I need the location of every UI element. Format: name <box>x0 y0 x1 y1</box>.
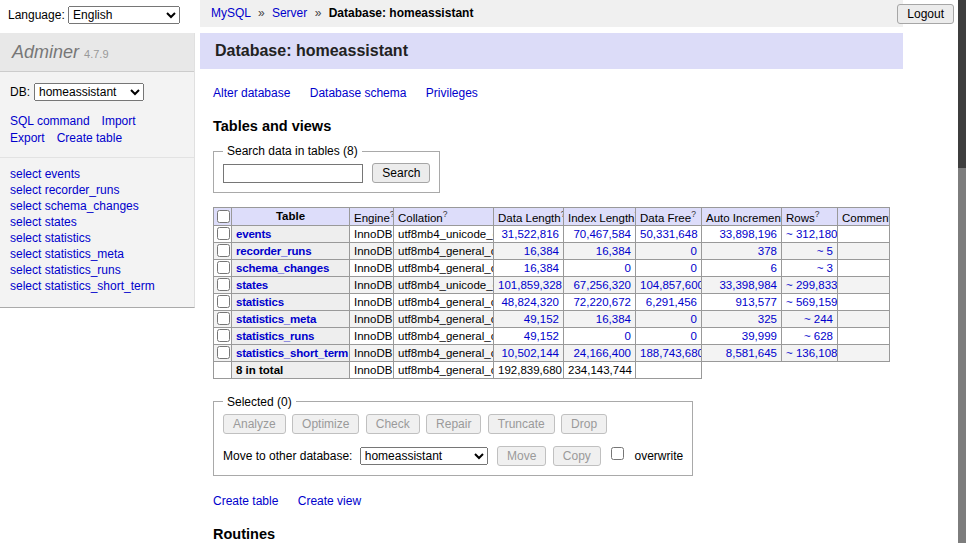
create-table-link[interactable]: Create table <box>57 131 122 145</box>
sql-command-link[interactable]: SQL command <box>10 114 90 128</box>
row-checkbox[interactable] <box>217 227 230 240</box>
scrollbar-thumb[interactable] <box>958 0 966 168</box>
sidebar-item-select-statistics-meta[interactable]: select statistics_meta <box>10 247 124 261</box>
language-select[interactable]: English <box>68 6 180 24</box>
db-selector-row: DB: homeassistant <box>0 72 194 105</box>
cell-collation: utf8mb4_general_ci <box>394 344 494 361</box>
cell-engine: InnoDB <box>350 242 394 259</box>
search-input[interactable] <box>223 164 363 183</box>
breadcrumb-mysql-link[interactable]: MySQL <box>211 6 251 20</box>
cell-data-free: 50,331,648 <box>636 225 702 242</box>
drop-button: Drop <box>561 414 607 434</box>
sidebar-item-select-statistics-runs[interactable]: select statistics_runs <box>10 263 121 277</box>
row-checkbox[interactable] <box>217 329 230 342</box>
sidebar-item-select-schema-changes[interactable]: select schema_changes <box>10 199 139 213</box>
cell-rows-count[interactable]: ~ 299,833 <box>782 276 838 293</box>
create-table-link-main[interactable]: Create table <box>213 494 278 508</box>
cell-comment <box>838 242 890 259</box>
cell-rows-count[interactable]: ~ 312,180 <box>782 225 838 242</box>
table-row: schema_changes InnoDB utf8mb4_general_ci… <box>214 259 890 276</box>
column-header-index-length: Index Length? <box>564 208 636 226</box>
cell-rows-count[interactable]: ~ 136,108 <box>782 344 838 361</box>
help-icon[interactable]: ? <box>815 209 820 219</box>
cell-rows-count[interactable]: ~ 244 <box>782 310 838 327</box>
move-row: Move to other database: homeassistant Mo… <box>223 444 683 466</box>
cell-index-length: 70,467,584 <box>564 225 636 242</box>
row-checkbox[interactable] <box>217 295 230 308</box>
cell-index-length: 67,256,320 <box>564 276 636 293</box>
table-link-states[interactable]: states <box>236 279 268 291</box>
logout-button[interactable]: Logout <box>897 4 954 24</box>
sidebar-item-select-recorder-runs[interactable]: select recorder_runs <box>10 183 119 197</box>
sidebar-item-select-events[interactable]: select events <box>10 167 80 181</box>
breadcrumb-server-link[interactable]: Server <box>272 6 307 20</box>
alter-database-link[interactable]: Alter database <box>213 86 290 100</box>
bulk-actions-row: Analyze Optimize Check Repair Truncate D… <box>223 414 683 434</box>
sidebar-item-select-statistics-short-term[interactable]: select statistics_short_term <box>10 279 155 293</box>
help-icon[interactable]: ? <box>691 209 696 219</box>
row-checkbox[interactable] <box>217 244 230 257</box>
export-link[interactable]: Export <box>10 131 45 145</box>
db-select[interactable]: homeassistant <box>34 83 144 101</box>
table-link-statistics-meta[interactable]: statistics_meta <box>236 313 316 325</box>
cell-data-free: 104,857,600 <box>636 276 702 293</box>
cell-engine: InnoDB <box>350 327 394 344</box>
help-icon[interactable]: ? <box>443 209 448 219</box>
help-icon[interactable]: ? <box>390 209 394 219</box>
table-link-events[interactable]: events <box>236 228 271 240</box>
import-link[interactable]: Import <box>102 114 136 128</box>
table-row: recorder_runs InnoDB utf8mb4_general_ci … <box>214 242 890 259</box>
move-database-select[interactable]: homeassistant <box>360 447 488 465</box>
cell-collation: utf8mb4_general_ci <box>394 242 494 259</box>
list-item: select schema_changes <box>10 199 184 214</box>
create-view-link[interactable]: Create view <box>298 494 361 508</box>
privileges-link[interactable]: Privileges <box>426 86 478 100</box>
selected-legend: Selected (0) <box>223 395 296 409</box>
truncate-button: Truncate <box>488 414 555 434</box>
column-header-table: Table <box>232 208 350 226</box>
table-link-statistics-short-term[interactable]: statistics_short_term <box>236 347 348 359</box>
select-all-checkbox[interactable] <box>217 210 230 223</box>
row-checkbox[interactable] <box>217 312 230 325</box>
total-label: 8 in total <box>232 361 350 378</box>
cell-engine: InnoDB <box>350 259 394 276</box>
cell-data-free: 0 <box>636 327 702 344</box>
table-link-statistics-runs[interactable]: statistics_runs <box>236 330 314 342</box>
breadcrumb-separator: » <box>258 6 265 20</box>
table-link-statistics[interactable]: statistics <box>236 296 284 308</box>
search-button[interactable]: Search <box>372 163 430 183</box>
overwrite-checkbox[interactable] <box>611 447 624 460</box>
cell-auto-increment: 6 <box>702 259 782 276</box>
cell-data-free: 0 <box>636 242 702 259</box>
cell-rows-count[interactable]: ~ 569,159 <box>782 293 838 310</box>
cell-data-length: 101,859,328 <box>494 276 564 293</box>
cell-comment <box>838 293 890 310</box>
cell-comment <box>838 344 890 361</box>
sidebar-item-select-states[interactable]: select states <box>10 215 77 229</box>
table-link-schema-changes[interactable]: schema_changes <box>236 262 329 274</box>
database-schema-link[interactable]: Database schema <box>310 86 407 100</box>
cell-rows-count[interactable]: ~ 5 <box>782 242 838 259</box>
cell-rows-count[interactable]: ~ 628 <box>782 327 838 344</box>
row-checkbox[interactable] <box>217 261 230 274</box>
cell-data-length: 10,502,144 <box>494 344 564 361</box>
table-total-row: 8 in total InnoDB utf8mb4_general_ci 192… <box>214 361 890 378</box>
table-link-recorder-runs[interactable]: recorder_runs <box>236 245 311 257</box>
routines-heading: Routines <box>213 526 925 542</box>
cell-comment <box>838 327 890 344</box>
breadcrumb: MySQL » Server » Database: homeassistant <box>200 0 903 27</box>
cell-rows-count[interactable]: ~ 3 <box>782 259 838 276</box>
cell-comment <box>838 310 890 327</box>
cell-auto-increment: 8,581,645 <box>702 344 782 361</box>
database-actions: Alter database Database schema Privilege… <box>213 86 925 100</box>
total-data-length: 192,839,680 <box>494 361 564 378</box>
row-checkbox[interactable] <box>217 278 230 291</box>
sidebar-item-select-statistics[interactable]: select statistics <box>10 231 91 245</box>
cell-comment <box>838 276 890 293</box>
row-checkbox[interactable] <box>217 346 230 359</box>
vertical-scrollbar[interactable] <box>958 0 966 543</box>
cell-collation: utf8mb4_general_ci <box>394 293 494 310</box>
tables-and-views-heading: Tables and views <box>213 118 925 134</box>
overwrite-label[interactable]: overwrite <box>635 449 684 463</box>
column-header-comment: Comment? <box>838 208 890 226</box>
